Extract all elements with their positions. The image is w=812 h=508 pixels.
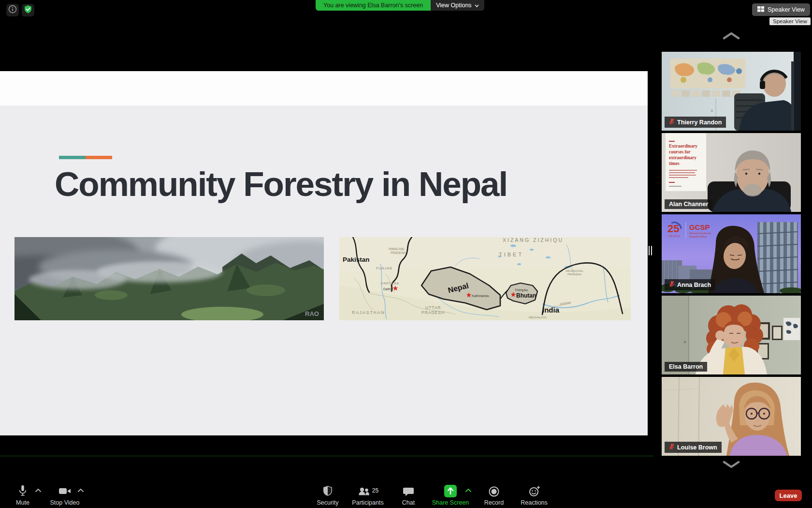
participant-tile-thierry-randon[interactable]: Thierry Randon (662, 52, 801, 131)
reactions-button[interactable]: Reactions (519, 485, 549, 506)
svg-text:Security Policy: Security Policy (689, 235, 707, 238)
svg-text:TIBET: TIBET (499, 252, 523, 257)
svg-text:HARYANA: HARYANA (381, 282, 399, 285)
svg-text:Thimphu: Thimphu (515, 288, 528, 292)
microphone-icon (17, 485, 28, 497)
participant-tile-elsa-barron-active[interactable]: Elsa Barron (662, 296, 801, 374)
svg-text:extraordinary: extraordinary (669, 155, 696, 160)
svg-text:ARUNACHAL: ARUNACHAL (566, 269, 584, 272)
screen-share-banner: You are viewing Elsa Barron's screen Vie… (316, 0, 484, 11)
svg-text:Geneva Centre for: Geneva Centre for (689, 232, 711, 235)
svg-text:Pakistan: Pakistan (343, 256, 370, 263)
participant-tile-alan-channer[interactable]: Extraordinary courses for extraordinary … (662, 133, 801, 212)
leave-button[interactable]: Leave (775, 490, 802, 501)
speaker-view-button[interactable]: Speaker View (752, 3, 810, 16)
scroll-up-chevron[interactable] (722, 32, 740, 40)
speaker-view-icon (757, 6, 764, 14)
chat-bubble-icon (403, 485, 414, 497)
slide-accent-bar (59, 156, 112, 159)
name-label: Louise Brown (665, 442, 722, 453)
security-button[interactable]: Security (313, 485, 342, 506)
security-shield-icon (322, 485, 333, 497)
svg-text:Kathmandu: Kathmandu (472, 294, 489, 298)
info-icon (8, 5, 17, 15)
share-border-line (0, 456, 653, 456)
name-label: Alan Channer (665, 199, 712, 209)
svg-text:HIMACHAL: HIMACHAL (389, 247, 405, 251)
participant-tile-louise-brown[interactable]: Louise Brown (662, 377, 801, 456)
slide-title: Community Forestry in Nepal (55, 164, 635, 204)
share-options-chevron[interactable] (465, 488, 472, 493)
svg-text:Extraordinary: Extraordinary (669, 144, 697, 149)
svg-text:GCSP: GCSP (689, 223, 710, 231)
stop-video-button[interactable]: Stop Video (48, 485, 82, 506)
svg-text:RAJASTHAN: RAJASTHAN (352, 310, 385, 315)
svg-text:PRADESH: PRADESH (421, 310, 445, 315)
panel-resize-handle[interactable] (651, 246, 652, 255)
name-label: Anna Brach (665, 279, 715, 290)
video-options-chevron[interactable] (77, 488, 84, 493)
share-screen-icon (444, 485, 457, 497)
participant-tile-anna-brach[interactable]: 25 YEARS GCSP Geneva Centre for Security… (662, 214, 801, 293)
name-label: Elsa Barron (665, 362, 707, 372)
svg-text:courses for: courses for (669, 149, 691, 154)
name-label: Thierry Randon (665, 117, 726, 128)
view-options-button[interactable]: View Options (431, 0, 484, 11)
record-icon (488, 485, 500, 497)
svg-text:PRADESH: PRADESH (567, 273, 581, 276)
speaker-view-tooltip: Speaker View (769, 17, 811, 25)
svg-text:MEGHALAYA: MEGHALAYA (529, 316, 546, 319)
svg-text:YEARS: YEARS (668, 235, 681, 238)
participants-icon: 25 (358, 485, 378, 497)
participants-button[interactable]: 25 Participants (346, 485, 390, 506)
participants-count: 25 (372, 487, 378, 494)
nepal-region-map: XIZANG ZIZHIQU TIBET Pakistan HIMACHAL P… (339, 237, 631, 320)
viewing-screen-label: You are viewing Elsa Barron's screen (316, 0, 431, 11)
mic-muted-icon (669, 118, 675, 126)
mic-muted-icon (669, 443, 675, 451)
video-camera-icon (58, 485, 72, 497)
meeting-info-button[interactable] (6, 4, 19, 16)
svg-text:India: India (542, 306, 560, 314)
shared-screen-top-strip (0, 71, 648, 105)
svg-text:times: times (669, 161, 680, 166)
svg-text:PRADESH: PRADESH (391, 251, 406, 254)
chevron-down-icon (475, 2, 479, 9)
mic-muted-icon (669, 281, 675, 289)
svg-text:XIZANG ZIZHIQU: XIZANG ZIZHIQU (503, 237, 564, 243)
svg-text:PUNJAB: PUNJAB (376, 267, 392, 270)
forest-photo: RAO (14, 237, 324, 320)
zoom-meeting-window: You are viewing Elsa Barron's screen Vie… (0, 0, 812, 508)
svg-text:Delhi: Delhi (383, 287, 392, 291)
panel-resize-handle[interactable] (649, 246, 650, 255)
svg-text:UTTAR: UTTAR (425, 305, 441, 310)
photo-credit: RAO (305, 310, 319, 317)
shield-check-icon (24, 5, 32, 15)
svg-text:25: 25 (667, 223, 679, 235)
mute-options-chevron[interactable] (35, 488, 42, 493)
mute-button[interactable]: Mute (8, 485, 37, 506)
svg-text:Bhutan: Bhutan (516, 292, 536, 299)
scroll-down-chevron[interactable] (722, 461, 740, 468)
record-button[interactable]: Record (479, 485, 508, 506)
encryption-status-button[interactable] (22, 4, 34, 16)
chat-button[interactable]: Chat (396, 485, 420, 506)
presentation-slide: Community Forestry in Nepal (0, 105, 648, 435)
reactions-smiley-icon (528, 485, 540, 497)
